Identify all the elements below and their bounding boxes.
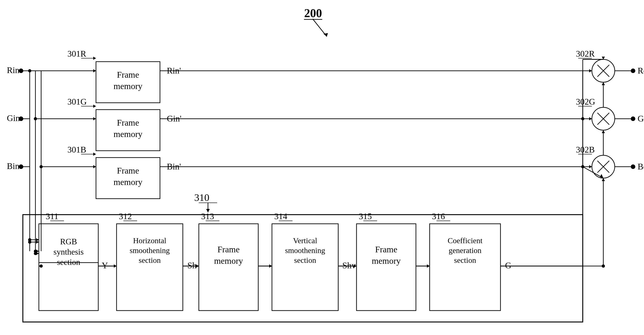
label-301R: 301R [68, 49, 86, 58]
frame-memory-315-text1: Frame [375, 245, 397, 254]
gin-label: Gin [7, 113, 20, 123]
svg-point-121 [40, 265, 43, 268]
rgb-synthesis-text1: RGB [60, 237, 77, 246]
frame-memory-G-text2: memory [114, 129, 142, 139]
label-302G: 302G [576, 97, 595, 106]
label-315: 315 [359, 211, 372, 221]
label-313: 313 [201, 211, 214, 221]
coeff-gen-text3: section [454, 256, 476, 265]
label-302B: 302B [576, 145, 595, 154]
horiz-smooth-text1: Horizontal [133, 236, 166, 245]
svg-point-85 [581, 117, 584, 120]
rgb-synthesis-box [39, 224, 98, 311]
coeff-gen-text2: generation [448, 246, 482, 255]
diagram-title: 200 [304, 7, 322, 20]
G-label: G [505, 261, 511, 270]
svg-point-118 [34, 252, 37, 255]
vert-smooth-text2: smoothening [285, 246, 325, 255]
gout-label: Gout [638, 114, 644, 123]
svg-point-115 [28, 241, 31, 244]
label-301G: 301G [68, 97, 86, 106]
rout-node [631, 68, 635, 73]
horiz-smooth-text3: section [139, 256, 161, 265]
bin-label: Bin [7, 161, 20, 171]
rgb-synthesis-text3: section [57, 258, 80, 267]
svg-point-21 [34, 117, 37, 120]
label-314: 314 [274, 211, 287, 221]
label-301B: 301B [68, 145, 86, 154]
bout-node [631, 164, 635, 169]
Y-label: Y [102, 261, 108, 270]
frame-memory-313-box [199, 224, 258, 311]
frame-memory-315-text2: memory [372, 256, 401, 266]
horiz-smooth-text2: smoothening [130, 246, 170, 255]
frame-memory-R-text1: Frame [117, 70, 139, 79]
gout-node [631, 116, 635, 121]
rgb-synthesis-text2: synthesis [54, 247, 84, 257]
label-311: 311 [46, 211, 58, 221]
Sh-label: Sh [188, 261, 196, 270]
rin-label: Rin [7, 65, 20, 75]
vert-smooth-text3: section [294, 256, 316, 265]
frame-memory-313-text2: memory [214, 256, 243, 266]
frame-memory-R-text2: memory [114, 81, 142, 91]
rout-label: Rout [638, 66, 644, 75]
frame-memory-G-text1: Frame [117, 118, 139, 127]
label-312: 312 [119, 211, 132, 221]
label-310: 310 [194, 192, 209, 203]
svg-point-95 [602, 265, 605, 268]
svg-point-14 [28, 69, 31, 72]
frame-memory-313-text1: Frame [217, 245, 240, 254]
frame-memory-315-box [356, 224, 416, 311]
svg-point-28 [40, 165, 43, 168]
label-316: 316 [432, 211, 445, 221]
vert-smooth-text1: Vertical [293, 236, 317, 245]
bout-label: Bout [638, 162, 644, 171]
frame-memory-B-text2: memory [114, 177, 142, 187]
coeff-gen-text1: Coefficient [448, 236, 483, 245]
label-302R: 302R [576, 49, 595, 58]
svg-point-86 [581, 165, 584, 168]
frame-memory-B-text1: Frame [117, 166, 139, 175]
